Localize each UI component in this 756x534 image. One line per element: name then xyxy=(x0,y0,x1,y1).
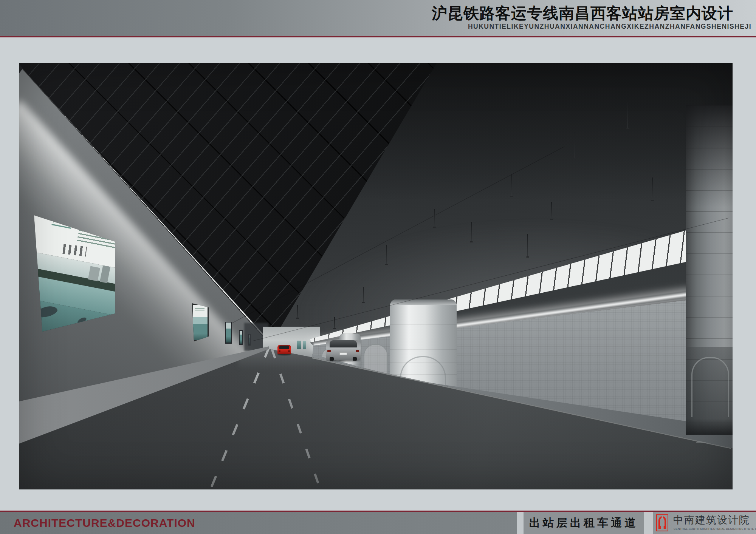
drawing-caption: 出站层出租车通道 xyxy=(529,517,638,529)
footer-caption-panel: 出站层出租车通道 xyxy=(524,512,644,534)
brand-text: ARCHITECTURE&DECORATION xyxy=(0,512,517,534)
institute-logo-icon xyxy=(656,514,668,531)
page-title: 沪昆铁路客运专线南昌西客站站房室内设计 xyxy=(432,3,733,24)
institute-name-cn: 中南建筑设计院 xyxy=(673,513,750,527)
scene-vignette xyxy=(19,63,733,489)
page-title-pinyin: HUKUNTIELIKEYUNZHUANXIANNANCHANGXIKEZHAN… xyxy=(468,23,751,31)
header-band: 沪昆铁路客运专线南昌西客站站房室内设计 HUKUNTIELIKEYUNZHUAN… xyxy=(0,0,756,36)
header-divider-line xyxy=(0,36,756,37)
institute-name-en: CENTRAL-SOUTH ARCHITECTURAL DESIGN INSTI… xyxy=(674,527,756,531)
footer-institute-panel: 中南建筑设计院 CENTRAL-SOUTH ARCHITECTURAL DESI… xyxy=(653,512,756,534)
red-arch-a-icon xyxy=(658,516,667,530)
footer-band: ARCHITECTURE&DECORATION 出站层出租车通道 中南建筑设计院… xyxy=(0,512,756,534)
tunnel-rendering xyxy=(19,63,733,489)
footer-brand-panel: ARCHITECTURE&DECORATION xyxy=(0,512,517,534)
